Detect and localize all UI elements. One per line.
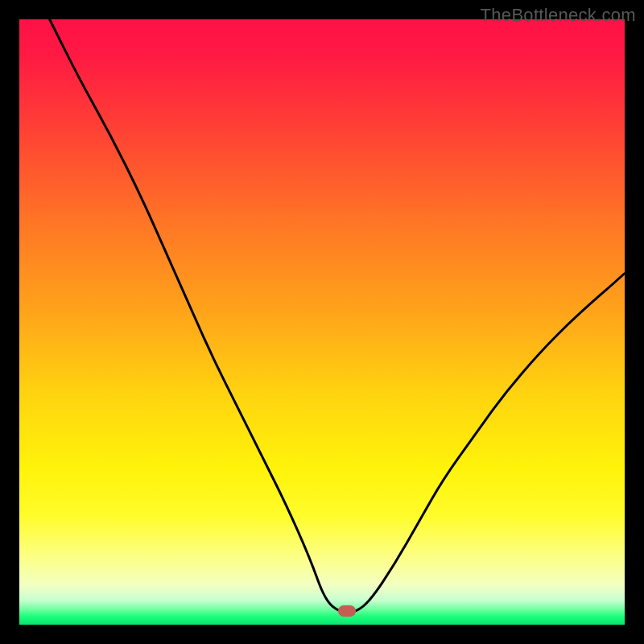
optimal-point-marker xyxy=(338,605,356,617)
plot-area xyxy=(19,19,625,625)
chart-frame: TheBottleneck.com xyxy=(0,0,644,644)
bottleneck-curve xyxy=(19,19,625,625)
watermark-text: TheBottleneck.com xyxy=(481,5,636,26)
